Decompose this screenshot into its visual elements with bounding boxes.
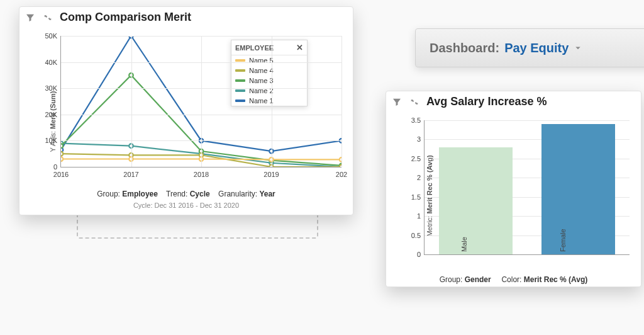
svg-point-15 <box>61 152 63 156</box>
svg-point-10 <box>61 144 63 148</box>
legend-box[interactable]: EMPLOYEE ✕ Name 5Name 4Name 3Name 2Name … <box>231 40 308 106</box>
panel-footer: Group: Gender Color: Merit Rec % (Avg) <box>386 275 641 284</box>
legend-item[interactable]: Name 2 <box>231 86 307 96</box>
bar[interactable]: Female <box>541 124 615 254</box>
panel-header: Comp Comparison Merit <box>19 7 353 26</box>
svg-point-20 <box>61 157 63 161</box>
bar[interactable]: Male <box>439 147 513 254</box>
y-tick: 30K <box>45 84 57 92</box>
legend-item[interactable]: Name 3 <box>231 76 307 86</box>
line-chart-area: Y Axis: Merit (Sum) EMPLOYEE ✕ Name 5Nam… <box>19 28 353 215</box>
y-tick: 2 <box>417 174 421 181</box>
y-tick: 0 <box>417 251 421 258</box>
y-tick: 3 <box>417 135 421 143</box>
bar-label: Female <box>559 229 567 252</box>
expand-icon[interactable] <box>42 12 53 23</box>
panel-title: Avg Salary Increase % <box>426 95 547 108</box>
dashboard-label: Dashboard: <box>430 41 499 55</box>
bar-chart-area: Metric: Merit Rec % (Avg) 00.511.522.533… <box>386 113 641 287</box>
panel-title: Comp Comparison Merit <box>60 11 191 24</box>
close-icon[interactable]: ✕ <box>296 43 303 52</box>
x-tick: 2018 <box>194 171 209 178</box>
legend-title: EMPLOYEE <box>235 44 274 52</box>
x-tick: 2016 <box>53 171 69 178</box>
bar-label: Male <box>461 237 469 252</box>
panel-footer: Group: Employee Trend: Cycle Granularity… <box>19 188 353 211</box>
x-tick: 2019 <box>264 171 279 178</box>
y-tick: 20K <box>45 111 57 118</box>
y-tick: 2.5 <box>411 155 421 162</box>
bar-plot[interactable]: 00.511.522.533.5MaleFemale <box>424 120 630 255</box>
legend-item[interactable]: Name 4 <box>231 65 307 76</box>
y-tick: 1 <box>417 212 421 220</box>
y-tick: 40K <box>45 59 57 66</box>
y-tick: 1.5 <box>411 193 421 201</box>
dashboard-dropdown-icon[interactable] <box>569 42 584 54</box>
y-tick: 50K <box>45 32 57 40</box>
line-plot[interactable]: EMPLOYEE ✕ Name 5Name 4Name 3Name 2Name … <box>60 36 341 168</box>
panel-avg-salary-increase: Avg Salary Increase % Metric: Merit Rec … <box>386 91 641 287</box>
y-tick: 0.5 <box>411 232 421 239</box>
legend-header: EMPLOYEE ✕ <box>231 40 307 55</box>
legend-item[interactable]: Name 1 <box>231 96 307 106</box>
panel-comp-comparison-merit: Comp Comparison Merit Y Axis: Merit (Sum… <box>19 6 353 215</box>
filter-icon[interactable] <box>25 12 36 23</box>
legend-item[interactable]: Name 5 <box>231 55 307 65</box>
x-tick: 202 <box>336 171 347 178</box>
dashboard-name[interactable]: Pay Equity <box>504 41 569 55</box>
y-tick: 10K <box>45 137 57 144</box>
y-tick: 0 <box>53 163 57 171</box>
y-tick: 3.5 <box>411 116 421 124</box>
expand-icon[interactable] <box>409 96 420 108</box>
x-tick: 2017 <box>123 171 138 178</box>
panel-header: Avg Salary Increase % <box>386 91 641 111</box>
filter-icon[interactable] <box>391 96 402 108</box>
dashboard-header: Dashboard: Pay Equity <box>415 28 644 67</box>
